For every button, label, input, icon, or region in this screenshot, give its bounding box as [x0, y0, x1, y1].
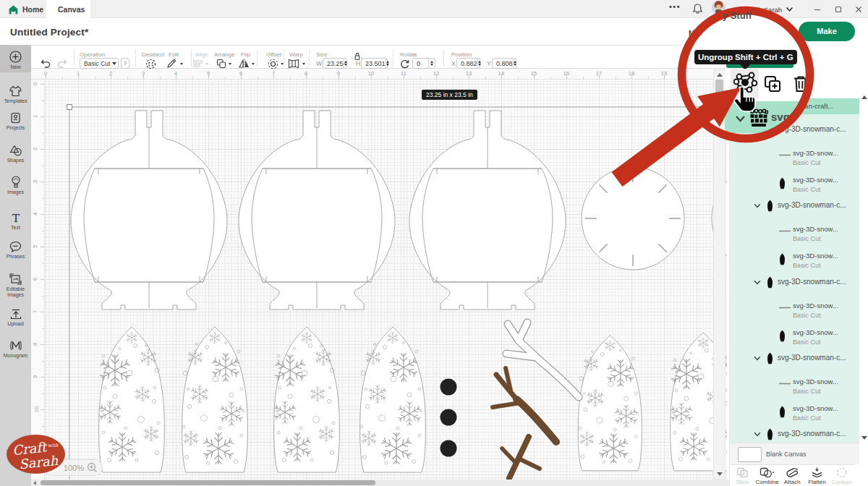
sidebar-item-images[interactable]: Images — [0, 176, 31, 195]
layer-group-row[interactable]: svg-3D-snowman-c... — [730, 419, 859, 443]
position-y-stepper[interactable] — [513, 59, 516, 68]
flip-icon[interactable] — [239, 59, 250, 69]
toolbar-divider — [257, 49, 258, 67]
layer-group-row[interactable]: svg-3D-snowman-c... — [730, 191, 859, 220]
hscroll-thumb[interactable] — [41, 480, 375, 485]
edit-toolbar: Operation Basic Cut ? Deselect Edit Alig… — [31, 45, 729, 69]
sidebar-item-label: Shapes — [0, 158, 31, 163]
offset-icon[interactable] — [268, 59, 278, 69]
sidebar-item-upload[interactable]: Upload — [0, 309, 31, 327]
slice-button: Slice — [730, 465, 754, 486]
toolbar-divider — [443, 49, 444, 67]
position-x-input[interactable]: 0.882 — [456, 58, 480, 69]
sidebar-item-projects[interactable]: Projects — [0, 112, 31, 131]
layer-thumbnail — [779, 406, 786, 418]
layer-group-row[interactable]: svg-3D-snowman-c... — [730, 268, 859, 297]
rotate-icon[interactable] — [400, 59, 409, 69]
ruler-tick — [339, 75, 339, 79]
layer-thumbnail — [779, 177, 786, 189]
deselect-icon[interactable] — [145, 59, 156, 69]
tab-canvas-label[interactable]: Canvas — [58, 5, 85, 14]
zoom-in-icon[interactable] — [87, 462, 98, 473]
rotate-input[interactable]: 0 — [412, 58, 435, 69]
slice-icon — [730, 466, 754, 478]
arrange-icon[interactable] — [216, 59, 226, 69]
combine-icon — [754, 466, 779, 478]
layer-item-row[interactable]: svg-3D-snow...Basic Cut — [730, 376, 859, 403]
layer-group-row[interactable]: svg-3D-snowman-c... — [730, 344, 859, 372]
size-tooltip: 23.25 in x 23.5 in — [422, 90, 477, 100]
layer-item-row[interactable]: svg-3D-snow...Basic Cut — [730, 300, 859, 327]
ruler-tick — [616, 77, 616, 79]
height-stepper[interactable] — [386, 59, 389, 68]
flatten-button[interactable]: Flatten — [804, 465, 829, 486]
panel-scroll-down-icon[interactable] — [861, 436, 867, 440]
edit-caret[interactable] — [180, 63, 183, 65]
edit-pencil-icon[interactable] — [166, 59, 176, 69]
v-ruler-number: 4 — [32, 213, 38, 216]
sidebar-item-label: Monogram — [0, 353, 31, 359]
canvas-horizontal-scrollbar[interactable] — [31, 479, 729, 486]
project-title: Untitled Project* — [10, 27, 88, 38]
button-dots — [441, 379, 457, 457]
blank-canvas-row[interactable]: Blank Canvas — [730, 443, 859, 464]
sidebar-item-new[interactable]: New — [0, 45, 31, 72]
chevron-down-icon[interactable] — [754, 356, 761, 361]
window-maximize-icon[interactable] — [834, 5, 843, 14]
ruler-tick — [388, 77, 388, 79]
sidebar-item-editable-images[interactable]: EditableImages — [0, 273, 31, 298]
layer-name: svg-3D-snow... — [793, 404, 838, 412]
chevron-down-icon[interactable] — [754, 203, 761, 208]
sidebar-item-templates[interactable]: Templates — [0, 85, 31, 104]
operation-help-button[interactable]: ? — [121, 58, 129, 69]
flip-caret[interactable] — [252, 63, 255, 65]
ruler-tick — [534, 75, 535, 79]
ruler-tick — [42, 101, 44, 101]
operation-select[interactable]: Basic Cut — [80, 58, 119, 69]
blank-canvas-label: Blank Canvas — [766, 451, 807, 458]
ruler-tick — [485, 77, 486, 79]
warp-caret[interactable] — [302, 63, 305, 65]
height-input[interactable]: 23.501 — [361, 58, 388, 69]
svg-text:with: with — [48, 443, 59, 448]
edit-label: Edit — [169, 51, 179, 58]
panel-scroll-up-icon[interactable] — [861, 95, 867, 99]
width-axis-label: W — [316, 60, 322, 67]
layer-thumbnail — [767, 276, 773, 289]
ruler-tick — [42, 328, 44, 329]
warp-icon[interactable] — [288, 59, 299, 69]
attach-button[interactable]: Attach — [780, 465, 804, 486]
tab-home[interactable]: Home — [22, 5, 43, 14]
ruler-tick — [41, 247, 44, 247]
ruler-tick — [469, 75, 469, 79]
selection-handle[interactable] — [67, 105, 72, 110]
width-input[interactable]: 23.25 — [323, 58, 347, 69]
ruler-tick — [241, 75, 242, 79]
arrange-caret[interactable] — [229, 63, 231, 65]
annotation-arrow — [611, 83, 749, 195]
chevron-down-icon[interactable] — [754, 432, 761, 437]
sidebar-item-shapes[interactable]: Shapes — [0, 145, 31, 163]
sidebar-item-monogram[interactable]: Monogram — [0, 340, 31, 359]
redo-icon[interactable] — [57, 59, 67, 68]
undo-icon[interactable] — [41, 59, 51, 68]
combine-button[interactable]: Combine — [754, 465, 779, 486]
v-ruler-number: 9 — [32, 375, 38, 378]
window-close-icon[interactable] — [854, 5, 863, 14]
layer-item-row[interactable]: svg-3D-snow...Basic Cut — [730, 148, 859, 174]
contour-button: Contour — [830, 465, 854, 486]
chevron-down-icon[interactable] — [754, 280, 761, 285]
width-stepper[interactable] — [344, 59, 347, 68]
sidebar-item-label: Upload — [0, 321, 31, 327]
rotate-stepper[interactable] — [428, 59, 435, 68]
ruler-tick — [41, 409, 44, 410]
sidebar-item-phrases[interactable]: Phrases — [0, 241, 31, 260]
sidebar-item-text[interactable]: TText — [0, 213, 31, 231]
layer-thumbnail — [779, 307, 791, 309]
ruler-tick — [631, 75, 632, 79]
layer-item-row[interactable]: svg-3D-snow...Basic Cut — [730, 223, 859, 250]
position-y-input[interactable]: 0.808 — [492, 58, 516, 69]
snowflake-panel-3 — [274, 327, 340, 472]
sidebar-item-label: Projects — [0, 125, 31, 131]
position-x-stepper[interactable] — [477, 59, 481, 68]
